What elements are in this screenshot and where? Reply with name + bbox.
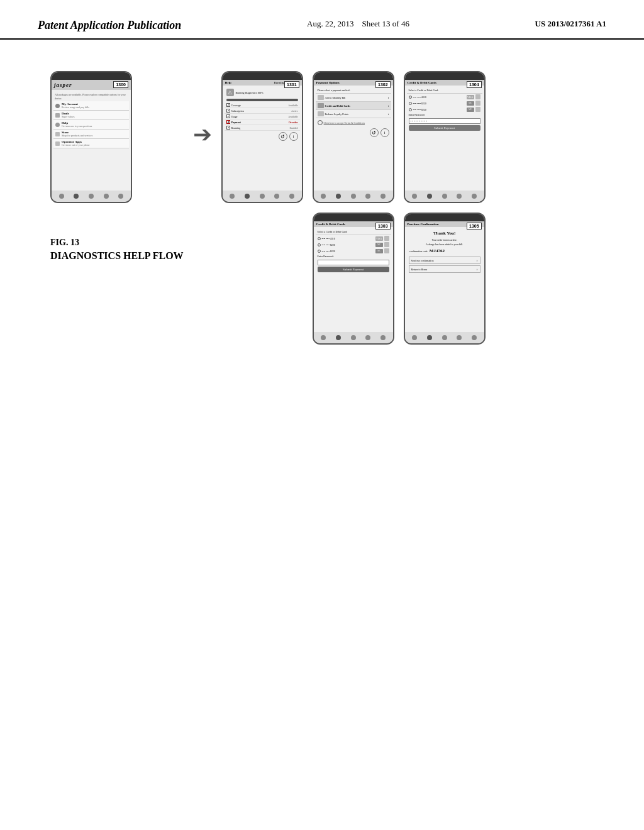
payment-opt-loyalty: Redeem Loyalty Points › (316, 110, 391, 118)
operator-icon (55, 141, 60, 146)
edit-icon-3 (384, 248, 389, 253)
warning-area: ⚠ Running Diagnostics 100% (225, 87, 300, 97)
edit-icon-2a (475, 101, 480, 106)
payment-opt-card: Credit and Debit Cards › (316, 102, 391, 110)
select-card-label-1303: Select a Credit or Debit Card: (316, 229, 391, 235)
bb1 (321, 194, 326, 199)
confirm-header: Purchase Confirmation (408, 223, 439, 226)
phone-1301: Help Running Diagnostic ⚠ Running Diagno… (221, 71, 303, 203)
status-bar-1301 (223, 72, 302, 80)
bottom-bar-1301 (223, 191, 302, 202)
diag-btn-1: ↺ (279, 132, 287, 141)
password-input-1303 (318, 260, 389, 265)
figure-label: FIG. 13 DIAGNOSTICS HELP FLOW (50, 238, 184, 262)
bottom-icon-5 (118, 194, 123, 199)
far-right-col: Credit & Debit Cards Select a Credit or … (404, 71, 486, 345)
charge-added-text: A charge has been added to your bill. (407, 242, 482, 246)
mc-icon-1: MC (375, 243, 383, 247)
password-input-1304: •••••••••• (409, 118, 480, 124)
bb4 (365, 194, 370, 199)
bc1 (321, 335, 326, 340)
bb3 (351, 194, 356, 199)
patent-date-sheet: Aug. 22, 2013 Sheet 13 of 46 (307, 19, 409, 29)
card-row-2: •••• •••• 8220 MC (316, 241, 391, 248)
mc-icon-2a: MC (467, 108, 474, 112)
payment-options-header: Payment Options (316, 81, 340, 84)
edit-icon-3a (475, 107, 480, 112)
bottom-bar-1303 (314, 332, 393, 343)
b3 (260, 194, 265, 199)
be1 (412, 335, 417, 340)
fig-num: FIG. 13 (50, 238, 184, 248)
status-bar-1303 (314, 214, 393, 221)
pay-opt-btn1: ↺ (370, 128, 379, 137)
diag-action-buttons: ↺ i (225, 131, 300, 142)
confirmation-code-row: confirmation code MJ4762 (407, 246, 482, 255)
menu-header-text: All packages are available. Please explo… (53, 92, 129, 101)
status-bar (52, 72, 131, 80)
card-icon (318, 103, 324, 108)
bb2 (336, 194, 341, 199)
submit-btn-1304: Submit Payment (409, 125, 480, 131)
bc2 (336, 335, 341, 340)
phone-1304-screen: Select a Credit or Debit Card: •••• ••••… (405, 86, 484, 191)
checkbox-payment: ✗ (226, 120, 230, 124)
bc5 (380, 335, 386, 340)
mc-icon-1a: MC (467, 101, 474, 106)
bottom-bar-1305 (405, 332, 484, 343)
phone-1302-screen: Please select a payment method: Add to M… (314, 86, 393, 191)
bc3 (351, 335, 356, 340)
payment-opt-bill: Add to Monthly Bill › (316, 94, 391, 102)
payment-subtitle: Please select a payment method: (316, 87, 391, 94)
visa-icon-1a: VISA (467, 95, 474, 99)
loyalty-icon (318, 111, 324, 116)
conf-code-value: MJ4762 (430, 248, 445, 253)
jasper-logo: jasper (54, 82, 72, 88)
diag-row-coverage: ✓ Coverage Available (225, 102, 300, 108)
help-header: Help (225, 81, 231, 84)
store-icon (55, 132, 60, 136)
bd1 (412, 194, 417, 199)
radio-card-2a (409, 102, 412, 105)
visa-icon-1: VISA (375, 236, 383, 241)
terms-row: Click here to accept Terms & Conditions (316, 118, 391, 127)
password-label-1303: Enter Password: (316, 254, 391, 258)
help-icon (55, 123, 60, 127)
phone-id-1304: 1304 (467, 81, 482, 88)
checkbox-coverage: ✓ (226, 103, 230, 107)
status-bar-1304 (405, 72, 484, 80)
phone-1303: Credit & Debit Cards Select a Credit or … (313, 213, 394, 345)
progress-bar (226, 99, 298, 101)
center-left-column: Help Running Diagnostic ⚠ Running Diagno… (221, 71, 303, 203)
card-header-1304: Credit & Debit Cards (408, 81, 436, 84)
bottom-bar-1304 (405, 191, 484, 202)
terms-radio (318, 120, 323, 125)
send-confirmation-btn: Send my confirmation › (409, 257, 480, 264)
diag-row-usage: ✓ Usage Available (225, 114, 300, 119)
bottom-bar-1300 (52, 191, 131, 202)
phone-id-1302: 1302 (375, 81, 391, 88)
b4 (274, 194, 279, 199)
payment-options-actions: ↺ i (316, 127, 391, 138)
be4 (457, 335, 462, 340)
bottom-icon-3 (89, 194, 94, 199)
diag-row-roaming: ✓ Roaming Enabled (225, 125, 300, 131)
select-card-label-1304: Select a Credit or Debit Card: (407, 87, 482, 94)
account-icon (55, 104, 60, 108)
menu-item-store: Store Shop for products and services (53, 130, 129, 139)
menu-item-account: My Account Review usage and pay bills (53, 101, 129, 111)
card-row-1: •••• •••• 4310 VISA (316, 235, 391, 241)
bd4 (457, 194, 462, 199)
return-home-btn: Return to Home › (409, 265, 480, 273)
fig-title: DIAGNOSTICS HELP FLOW (50, 250, 184, 262)
mc-icon-2: MC (375, 249, 383, 253)
phone-1303-screen: Select a Credit or Debit Card: •••• ••••… (314, 227, 393, 332)
bottom-icon-1 (59, 194, 64, 199)
progress-label: Running Diagnostics 100% (236, 91, 298, 94)
checkbox-subscription: ✓ (226, 109, 230, 113)
phone-1300-screen: All packages are available. Please explo… (52, 90, 131, 191)
figure-content: jasper ▲ All packages are available. Ple… (0, 40, 644, 376)
status-bar-1305 (405, 214, 484, 221)
order-active-text: Your order is now active. (407, 238, 482, 242)
card-header-1303: Credit & Debit Cards (316, 223, 345, 226)
